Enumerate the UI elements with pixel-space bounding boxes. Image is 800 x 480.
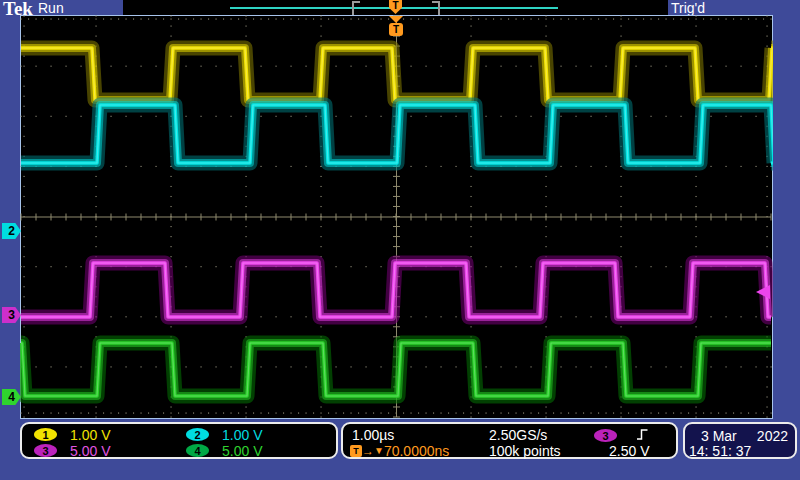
waveform-display (20, 15, 773, 419)
trigger-position-flag: T (389, 16, 403, 36)
trigger-t-icon: T (389, 23, 403, 36)
ch2-scale-value: 1.00 V (222, 427, 262, 443)
delay-marker-icon: ▼ (374, 445, 384, 456)
year-value: 2022 (757, 428, 788, 444)
trigger-level-readout: 2.50 V (609, 443, 649, 458)
trigger-slope-icon (636, 427, 649, 442)
ground-marker-ch2: 2 (2, 223, 21, 239)
date-value: 3 Mar (701, 428, 737, 444)
record-view-trigger-icon: T (389, 0, 402, 14)
record-view-bar: T (123, 0, 668, 15)
trigger-position-arrow-icon (389, 16, 403, 23)
ch4-scale-readout: 45.00 V (186, 443, 262, 458)
time-row: 14: 51: 37 (685, 443, 795, 459)
time-value: 14: 51: 37 (689, 443, 751, 459)
record-length-readout: 100k points (489, 443, 561, 458)
ground-marker-ch4: 4 (2, 389, 21, 405)
timebase-readout: 1.00µs (352, 427, 394, 442)
ch1-scale-value: 1.00 V (70, 427, 110, 443)
ch1-badge: 1 (34, 428, 57, 441)
trigger-source-badge: 3 (594, 428, 617, 443)
delay-arrow-icon: → (362, 444, 374, 458)
ch4-scale-value: 5.00 V (222, 443, 262, 459)
ch1-scale-readout: 11.00 V (34, 427, 110, 442)
horizontal-trigger-readout-box: 1.00µs 2.50GS/s 3 T → ▼ 70.0000ns 100k p… (341, 422, 678, 459)
ch3-badge: 3 (34, 444, 57, 457)
ch2-badge: 2 (186, 428, 209, 441)
ground-marker-ch3: 3 (2, 307, 21, 323)
trigger-status: Trig'd (671, 0, 705, 16)
date-row: 3 Mar 2022 (685, 428, 795, 444)
sample-rate-readout: 2.50GS/s (489, 427, 547, 442)
oscilloscope-screen: { "header": { "logo": "Tek", "acquisitio… (0, 0, 800, 480)
ch3-scale-readout: 35.00 V (34, 443, 110, 458)
acquisition-status: Run (38, 0, 64, 16)
ch4-badge: 4 (186, 444, 209, 457)
delay-t-icon: T (350, 445, 362, 457)
datetime-box: 3 Mar 2022 14: 51: 37 (683, 422, 797, 459)
channel-readout-box: 11.00 V21.00 V35.00 V45.00 V (20, 422, 338, 459)
ch2-scale-readout: 21.00 V (186, 427, 262, 442)
ch3-scale-value: 5.00 V (70, 443, 110, 459)
trigger-delay-readout: T → ▼ 70.0000ns (350, 443, 449, 458)
